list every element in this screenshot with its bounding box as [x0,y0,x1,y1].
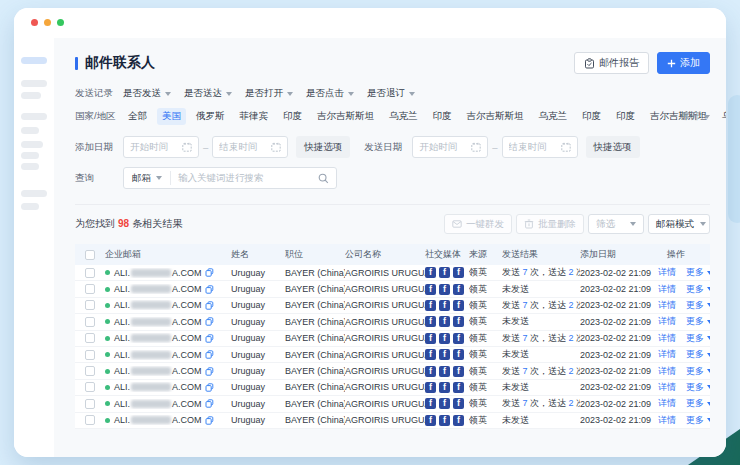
facebook-icon[interactable]: f [453,284,464,295]
facebook-icon[interactable]: f [453,382,464,393]
send-date-end-input[interactable]: 结束时间 [502,136,578,158]
facebook-icon[interactable]: f [439,349,450,360]
detail-link[interactable]: 详情 [658,315,676,328]
region-option[interactable]: 印度 [428,108,457,125]
row-checkbox[interactable] [85,399,95,409]
region-option[interactable]: 乌克兰 [534,108,573,125]
region-option[interactable]: 菲律宾 [235,108,274,125]
row-checkbox[interactable] [85,317,95,327]
more-link[interactable]: 更多 [686,266,710,279]
facebook-icon[interactable]: f [425,316,436,327]
facebook-icon[interactable]: f [453,349,464,360]
sidebar-item-placeholder[interactable] [21,80,47,87]
sidebar-item-placeholder[interactable] [21,141,43,148]
expand-toggle[interactable]: 展开 [681,110,710,123]
mode-select[interactable]: 邮箱模式 [648,214,710,234]
row-checkbox[interactable] [85,366,95,376]
send-record-dropdown[interactable]: 是否点击 [306,87,354,100]
region-option[interactable]: 印度 [577,108,606,125]
facebook-icon[interactable]: f [425,415,436,426]
send-date-start-input[interactable]: 开始时间 [412,136,488,158]
more-link[interactable]: 更多 [686,414,710,427]
add-date-start-input[interactable]: 开始时间 [123,136,199,158]
facebook-icon[interactable]: f [453,398,464,409]
detail-link[interactable]: 详情 [658,381,676,394]
facebook-icon[interactable]: f [439,382,450,393]
facebook-icon[interactable]: f [439,316,450,327]
region-option[interactable]: 全部 [123,108,152,125]
facebook-icon[interactable]: f [439,366,450,377]
sidebar-item-placeholder[interactable] [21,152,39,159]
send-record-dropdown[interactable]: 是否退订 [367,87,415,100]
row-checkbox[interactable] [85,268,95,278]
facebook-icon[interactable]: f [425,366,436,377]
sidebar-item-placeholder[interactable] [21,127,39,134]
detail-link[interactable]: 详情 [658,266,676,279]
row-checkbox[interactable] [85,350,95,360]
copy-icon[interactable] [205,268,214,277]
facebook-icon[interactable]: f [439,284,450,295]
filter-select[interactable]: 筛选 [588,214,644,234]
mail-report-button[interactable]: 邮件报告 [574,52,649,74]
detail-link[interactable]: 详情 [658,397,676,410]
facebook-icon[interactable]: f [425,382,436,393]
facebook-icon[interactable]: f [439,300,450,311]
detail-link[interactable]: 详情 [658,299,676,312]
sidebar-item-placeholder[interactable] [21,92,41,99]
send-record-dropdown[interactable]: 是否送达 [184,87,232,100]
sidebar-item-active[interactable] [21,57,47,64]
facebook-icon[interactable]: f [425,333,436,344]
close-window-icon[interactable] [31,19,38,26]
facebook-icon[interactable]: f [439,415,450,426]
sidebar-item-placeholder[interactable] [21,190,47,197]
row-checkbox[interactable] [85,415,95,425]
facebook-icon[interactable]: f [425,267,436,278]
detail-link[interactable]: 详情 [658,283,676,296]
region-option[interactable]: 吉尔吉斯斯坦 [312,108,379,125]
sidebar-item-placeholder[interactable] [21,163,39,170]
region-option[interactable]: 印度 [278,108,307,125]
facebook-icon[interactable]: f [439,333,450,344]
detail-link[interactable]: 详情 [658,414,676,427]
more-link[interactable]: 更多 [686,397,710,410]
detail-link[interactable]: 详情 [658,348,676,361]
facebook-icon[interactable]: f [439,267,450,278]
add-contact-button[interactable]: 添加 [657,52,710,74]
add-date-quick-options-button[interactable]: 快捷选项 [296,136,350,158]
facebook-icon[interactable]: f [439,398,450,409]
facebook-icon[interactable]: f [453,366,464,377]
copy-icon[interactable] [205,416,214,425]
facebook-icon[interactable]: f [425,300,436,311]
copy-icon[interactable] [205,367,214,376]
detail-link[interactable]: 详情 [658,332,676,345]
facebook-icon[interactable]: f [425,398,436,409]
facebook-icon[interactable]: f [425,349,436,360]
send-date-quick-options-button[interactable]: 快捷选项 [586,136,640,158]
facebook-icon[interactable]: f [453,316,464,327]
copy-icon[interactable] [205,301,214,310]
row-checkbox[interactable] [85,333,95,343]
region-option[interactable]: 吉尔吉斯斯坦 [462,108,529,125]
facebook-icon[interactable]: f [453,267,464,278]
add-date-end-input[interactable]: 结束时间 [212,136,288,158]
more-link[interactable]: 更多 [686,315,710,328]
search-field-select[interactable]: 邮箱 [124,171,171,185]
copy-icon[interactable] [205,317,214,326]
copy-icon[interactable] [205,285,214,294]
search-icon[interactable] [318,173,336,184]
region-option[interactable]: 乌克兰 [384,108,423,125]
region-option[interactable]: 美国 [157,108,186,125]
row-checkbox[interactable] [85,284,95,294]
facebook-icon[interactable]: f [425,284,436,295]
copy-icon[interactable] [205,334,214,343]
sidebar-item-placeholder[interactable] [21,203,39,210]
more-link[interactable]: 更多 [686,299,710,312]
send-record-dropdown[interactable]: 是否打开 [245,87,293,100]
region-option[interactable]: 印度 [611,108,640,125]
copy-icon[interactable] [205,399,214,408]
copy-icon[interactable] [205,350,214,359]
send-record-dropdown[interactable]: 是否发送 [123,87,171,100]
minimize-window-icon[interactable] [44,19,51,26]
facebook-icon[interactable]: f [453,300,464,311]
facebook-icon[interactable]: f [453,415,464,426]
